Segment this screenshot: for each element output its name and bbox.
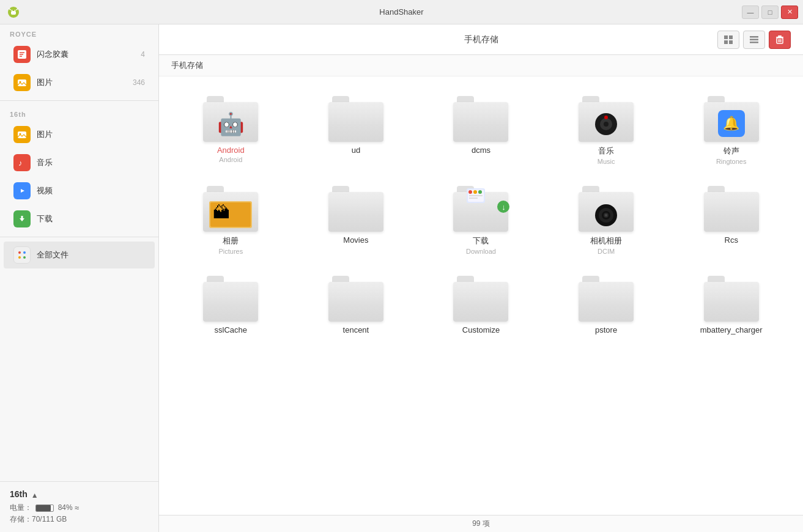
folder-item[interactable]: pstore — [547, 268, 666, 342]
svg-rect-10 — [18, 79, 26, 86]
folder-body: 🔔 — [704, 102, 759, 142]
folder-name-zh: 相册 — [223, 235, 239, 246]
title-bar: HandShaker — □ ✕ — [0, 0, 803, 24]
folder-shape: 🔔 — [704, 96, 759, 142]
folder-shape — [579, 276, 634, 322]
svg-rect-26 — [724, 40, 728, 44]
allfiles-icon — [13, 246, 31, 264]
folder-overlay — [328, 102, 383, 142]
item-count: 99 项 — [472, 519, 490, 529]
folder-name-zh: pstore — [595, 325, 617, 334]
download-icon — [13, 210, 31, 227]
restore-button[interactable]: □ — [761, 6, 779, 19]
folder-overlay — [704, 282, 759, 322]
folder-item[interactable]: ud — [297, 89, 416, 172]
eject-icon[interactable]: ▲ — [31, 491, 39, 500]
folder-shape — [453, 96, 508, 142]
svg-rect-30 — [750, 42, 758, 43]
pics-royce-icon — [13, 74, 31, 91]
folder-item[interactable]: mbattery_charger — [672, 268, 791, 342]
folder-name-en: DCIM — [598, 248, 615, 255]
folder-name-zh: 铃声 — [723, 146, 739, 157]
storage-info: 存储：70/111 GB — [10, 514, 149, 525]
svg-point-46 — [468, 190, 472, 194]
svg-text:🏔: 🏔 — [213, 203, 230, 222]
folder-body — [328, 282, 383, 322]
svg-point-55 — [605, 214, 607, 216]
sidebar-item-pics-royce[interactable]: 图片 346 — [4, 69, 155, 96]
folder-name-zh: Rcs — [725, 235, 738, 245]
battery-bar — [35, 504, 54, 512]
folder-body — [453, 102, 508, 142]
folder-name-zh: ud — [352, 146, 360, 155]
folder-name-zh: mbattery_charger — [700, 325, 763, 334]
svg-point-20 — [18, 251, 21, 254]
folder-shape — [579, 96, 634, 142]
folder-item[interactable]: ↓ 下载 Download — [421, 179, 541, 262]
app-logo — [7, 6, 20, 18]
folder-name-zh: dcms — [472, 146, 490, 155]
sidebar-item-video[interactable]: 视频 — [4, 177, 155, 204]
folder-name-zh: Customize — [462, 325, 500, 334]
minimize-button[interactable]: — — [742, 6, 759, 19]
content-title: 手机存储 — [245, 34, 717, 45]
sidebar-item-flash[interactable]: 闪念胶囊 4 — [4, 41, 155, 68]
sidebar-item-allfiles[interactable]: 全部文件 — [4, 242, 155, 268]
folder-name-zh: 下载 — [473, 235, 489, 246]
folder-item[interactable]: 音乐 Music — [547, 89, 666, 172]
folder-body: 🏔 — [203, 192, 258, 232]
music-icon: ♪ — [13, 154, 31, 171]
sidebar-flash-label: 闪念胶囊 — [37, 49, 141, 60]
folder-item[interactable]: 🏔 相册 Pictures — [171, 179, 290, 262]
window-controls: — □ ✕ — [742, 6, 798, 19]
folder-body: ↓ — [453, 192, 508, 232]
video-icon — [13, 182, 31, 199]
folder-name-zh: Android — [217, 146, 245, 155]
folder-shape — [328, 96, 383, 142]
folder-name-en: Android — [219, 156, 242, 163]
battery-info: 电量： 84% ≈ — [10, 503, 149, 513]
svg-point-3 — [15, 10, 16, 11]
folder-item[interactable]: dcms — [421, 89, 541, 172]
svg-rect-27 — [729, 40, 733, 44]
folder-item[interactable]: tencent — [297, 268, 416, 342]
sidebar-pics-16th-label: 图片 — [37, 129, 145, 140]
sidebar-item-download[interactable]: 下载 — [4, 205, 155, 232]
folder-item[interactable]: 相机相册 DCIM — [547, 179, 666, 262]
folder-name-zh: 音乐 — [598, 146, 614, 157]
folder-overlay — [328, 192, 383, 232]
sidebar-pics-royce-label: 图片 — [37, 77, 133, 88]
grid-view-button[interactable] — [717, 31, 739, 49]
sidebar-item-music[interactable]: ♪ 音乐 — [4, 149, 155, 176]
folder-shape — [328, 276, 383, 322]
folder-item[interactable]: 🔔 铃声 Ringtones — [672, 89, 791, 172]
sidebar-divider-1 — [0, 100, 158, 101]
folder-item[interactable]: 🤖 Android Android — [171, 89, 290, 172]
pics-16th-icon — [13, 126, 31, 143]
sidebar-video-label: 视频 — [37, 185, 145, 196]
folder-overlay — [453, 282, 508, 322]
delete-button[interactable] — [769, 31, 791, 49]
folder-body — [453, 282, 508, 322]
folder-shape — [453, 276, 508, 322]
device-name: 16th — [10, 489, 28, 499]
folder-item[interactable]: Customize — [421, 268, 541, 342]
folder-item[interactable]: sslCache — [171, 268, 290, 342]
folder-name-en: Ringtones — [716, 158, 747, 165]
folder-shape — [579, 186, 634, 232]
folder-shape — [704, 276, 759, 322]
folder-body — [579, 282, 634, 322]
svg-point-39 — [604, 122, 609, 127]
close-button[interactable]: ✕ — [781, 6, 798, 19]
folder-name-en: Pictures — [218, 248, 243, 255]
folder-shape: 🏔 — [203, 186, 258, 232]
folder-overlay — [453, 102, 508, 142]
app-title: HandShaker — [379, 7, 423, 17]
sidebar-section-royce: ROYCE — [0, 24, 158, 40]
list-view-button[interactable] — [743, 31, 765, 49]
folder-item[interactable]: Rcs — [672, 179, 791, 262]
folder-item[interactable]: Movies — [297, 179, 416, 262]
content-area: 手机存储 — [159, 24, 803, 532]
sidebar-item-pics-16th[interactable]: 图片 — [4, 121, 155, 148]
svg-rect-19 — [21, 216, 23, 219]
